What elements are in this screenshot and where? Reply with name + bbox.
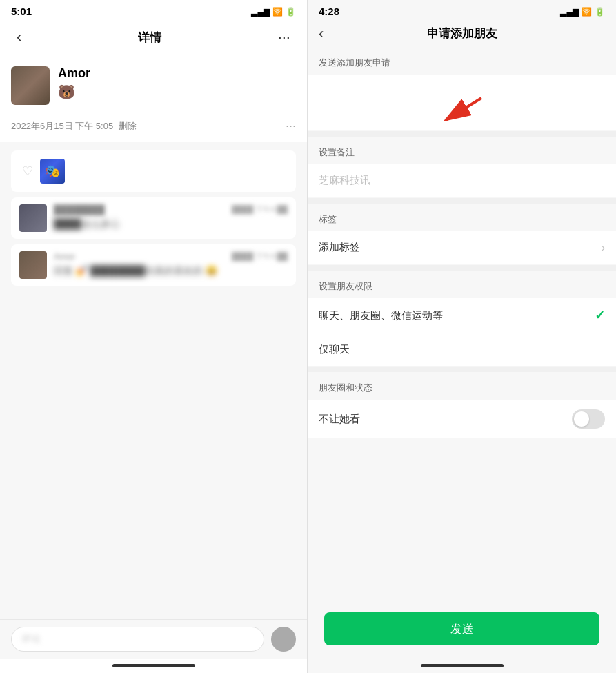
- moments-option-label: 不让她看: [319, 413, 360, 426]
- battery-icon: 🔋: [286, 7, 296, 17]
- posts-area: ♡ 🎭 ████████ ████ 下午4:██ ████这么多心 Amor: [0, 142, 307, 619]
- post-text-1: ████这么多心: [54, 218, 120, 229]
- right-back-button[interactable]: ‹: [319, 25, 324, 43]
- check-icon: ✓: [595, 308, 605, 323]
- post-time-2: ████ 下午4:██: [232, 251, 288, 262]
- left-back-button[interactable]: ‹: [11, 26, 27, 49]
- left-bottom-bar: 评论: [0, 619, 307, 659]
- send-btn-container: 发送: [308, 612, 616, 645]
- moments-row: 不让她看: [308, 400, 616, 438]
- profile-info: Amor 🐻: [58, 66, 90, 100]
- left-time: 5:01: [11, 6, 32, 17]
- left-home-indicator: [0, 659, 307, 673]
- right-panel: 4:28 ▂▄▆ 🛜 🔋 ‹ 申请添加朋友 发送添加朋友申请: [308, 0, 616, 673]
- right-home-bar: [421, 664, 504, 667]
- right-time: 4:28: [319, 6, 339, 17]
- heart-icon: ♡: [22, 164, 33, 179]
- add-tag-label: 添加标签: [319, 241, 360, 254]
- divider-4: [308, 367, 616, 372]
- meta-more-button[interactable]: ···: [286, 119, 296, 133]
- post-content-1: ████████ ████ 下午4:██ ████这么多心: [54, 204, 288, 232]
- send-request-label: 发送添加朋友申请: [308, 47, 616, 75]
- post-header-2: Amor ████ 下午4:██: [54, 251, 288, 262]
- right-nav-bar: ‹ 申请添加朋友: [308, 20, 616, 47]
- post-text-2: 回复 💅 ████████你真的喜欢的 😄: [54, 265, 217, 276]
- permission-option-1-text: 聊天、朋友圈、微信运动等: [319, 309, 443, 322]
- comment-placeholder: 评论: [21, 633, 41, 645]
- post-time-1: ████ 下午4:██: [232, 204, 288, 215]
- left-status-icons: ▂▄▆ 🛜 🔋: [251, 7, 296, 17]
- moments-section-label: 朋友圈和状态: [308, 372, 616, 400]
- profile-name: Amor: [58, 66, 90, 81]
- wifi-icon: 🛜: [272, 7, 283, 17]
- post-avatar-1: [19, 204, 47, 232]
- right-nav-title: 申请添加朋友: [427, 26, 497, 41]
- right-battery-icon: 🔋: [595, 7, 605, 17]
- form-content: 发送添加朋友申请 设置备注 芝麻科技讯 标签: [308, 47, 616, 673]
- svg-line-1: [446, 98, 481, 120]
- permission-option-2[interactable]: 仅聊天: [308, 333, 616, 367]
- meta-bar: 2022年6月15日 下午 5:05 删除 ···: [0, 116, 307, 142]
- left-nav-bar: ‹ 详情 ···: [0, 20, 307, 55]
- toggle-knob: [574, 411, 589, 427]
- avatar: [11, 66, 50, 105]
- left-nav-title: 详情: [138, 30, 161, 46]
- left-status-bar: 5:01 ▂▄▆ 🛜 🔋: [0, 0, 307, 20]
- right-home-indicator: [308, 659, 616, 673]
- right-status-bar: 4:28 ▂▄▆ 🛜 🔋: [308, 0, 616, 20]
- delete-button[interactable]: 删除: [119, 120, 137, 133]
- send-button-label: 发送: [450, 621, 474, 637]
- like-section: ♡ 🎭: [11, 150, 296, 192]
- comment-input[interactable]: 评论: [11, 627, 264, 652]
- toggle-switch[interactable]: [572, 409, 605, 429]
- bottom-user-avatar: [271, 627, 296, 652]
- divider-3: [308, 265, 616, 271]
- post-avatar-2: [19, 251, 47, 279]
- permission-option-1[interactable]: 聊天、朋友圈、微信运动等 ✓: [308, 298, 616, 333]
- left-more-button[interactable]: ···: [272, 26, 296, 49]
- post-username-1: ████████: [54, 204, 105, 215]
- right-signal-icon: ▂▄▆: [560, 7, 579, 17]
- tag-section-label: 标签: [308, 204, 616, 231]
- avatar-image: [11, 66, 50, 105]
- post-content-2: Amor ████ 下午4:██ 回复 💅 ████████你真的喜欢的 😄: [54, 251, 288, 279]
- tag-chevron-icon: ›: [602, 242, 605, 254]
- tag-row[interactable]: 添加标签 ›: [308, 231, 616, 264]
- post-header-1: ████████ ████ 下午4:██: [54, 204, 288, 215]
- post-item-2: Amor ████ 下午4:██ 回复 💅 ████████你真的喜欢的 😄: [11, 244, 296, 286]
- profile-emoji: 🐻: [58, 84, 90, 100]
- divider-2: [308, 198, 616, 204]
- like-avatar: 🎭: [40, 159, 65, 184]
- left-home-bar: [112, 664, 195, 667]
- left-panel: 5:01 ▂▄▆ 🛜 🔋 ‹ 详情 ··· Amor 🐻 2022年6月15日 …: [0, 0, 308, 673]
- note-label: 设置备注: [308, 137, 616, 164]
- profile-section: Amor 🐻: [0, 55, 307, 116]
- red-arrow-indicator: [435, 88, 490, 133]
- signal-icon: ▂▄▆: [251, 7, 270, 17]
- note-placeholder-text: 芝麻科技讯: [319, 174, 370, 186]
- like-avatar-image: 🎭: [40, 159, 65, 184]
- permission-label: 设置朋友权限: [308, 271, 616, 298]
- post-item: ████████ ████ 下午4:██ ████这么多心: [11, 197, 296, 239]
- send-button[interactable]: 发送: [324, 612, 599, 645]
- post-username-2: Amor: [54, 251, 75, 262]
- note-input[interactable]: 芝麻科技讯: [308, 164, 616, 197]
- post-date: 2022年6月15日 下午 5:05: [11, 120, 113, 133]
- right-wifi-icon: 🛜: [582, 7, 592, 17]
- permission-option-2-text: 仅聊天: [319, 343, 350, 356]
- message-input-area[interactable]: [308, 75, 616, 130]
- right-status-icons: ▂▄▆ 🛜 🔋: [560, 7, 605, 17]
